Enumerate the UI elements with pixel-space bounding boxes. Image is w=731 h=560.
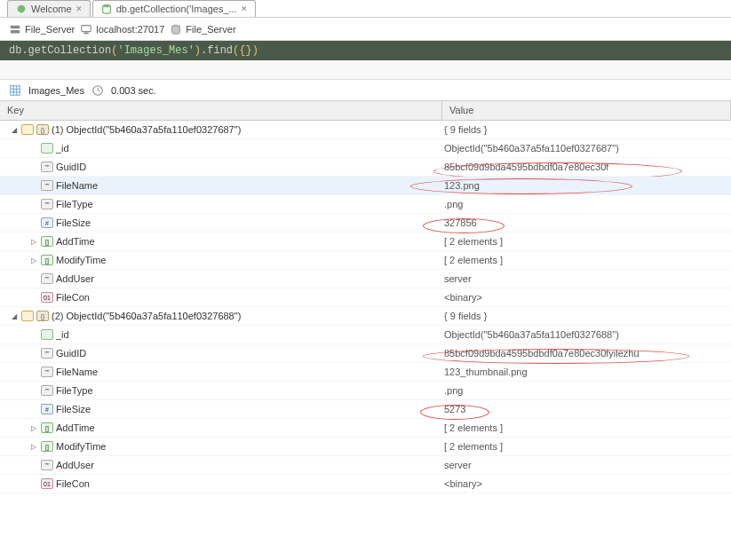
- value-cell: .png: [442, 199, 731, 209]
- key-cell: ◢{}(1) ObjectId("5b460a37a5fa110ef032768…: [0, 124, 442, 135]
- value-cell: [ 2 elements ]: [442, 236, 731, 247]
- num-icon: #: [41, 217, 53, 228]
- value-text: ObjectId("5b460a37a5fa110ef0327688"): [444, 329, 619, 340]
- tree-row[interactable]: ◢{}(2) ObjectId("5b460a37a5fa110ef032768…: [0, 307, 731, 326]
- close-icon[interactable]: ✕: [75, 4, 83, 13]
- tree-row[interactable]: ▷""GuidID85bcf09d9bda4595bdbdf0a7e80ec30…: [0, 158, 731, 177]
- svg-point-0: [18, 5, 26, 13]
- tree-row[interactable]: ▷""GuidID85bcf09d9bda4595bdbdf0a7e80ec30…: [0, 344, 731, 363]
- svg-rect-3: [11, 29, 20, 33]
- expand-icon[interactable]: ▷: [29, 442, 38, 451]
- collapse-icon[interactable]: ◢: [10, 312, 19, 320]
- crumb-db[interactable]: File_Server: [170, 23, 235, 35]
- query-bar[interactable]: db.getCollection('Images_Mes').find({}): [0, 41, 731, 60]
- expand-icon[interactable]: ▷: [29, 423, 38, 432]
- value-cell: <binary>: [442, 292, 731, 303]
- value-cell: .png: [442, 385, 731, 396]
- key-text: FileSize: [56, 404, 91, 414]
- arr-icon: []: [41, 255, 53, 265]
- tree-row[interactable]: ▷""FileName123.png: [0, 177, 731, 195]
- key-cell: ▷""FileName: [0, 367, 442, 377]
- tree-row[interactable]: ▷_idObjectId("5b460a37a5fa110ef0327688"): [0, 326, 731, 344]
- tab-welcome[interactable]: Welcome ✕: [7, 0, 91, 17]
- value-cell: 85bcf09d9bda4595bdbdf0a7e80ec30f: [442, 162, 731, 172]
- key-cell: ▷[]ModifyTime: [0, 255, 442, 265]
- key-text: FileType: [56, 199, 93, 209]
- tree-row[interactable]: ▷[]AddTime[ 2 elements ]: [0, 419, 731, 438]
- crumb-host[interactable]: localhost:27017: [80, 23, 164, 35]
- tree-row[interactable]: ▷[]ModifyTime[ 2 elements ]: [0, 251, 731, 270]
- column-headers: Key Value: [0, 101, 731, 121]
- close-icon[interactable]: ✕: [241, 4, 248, 13]
- value-text: .png: [444, 385, 463, 396]
- key-text: AddTime: [56, 236, 95, 247]
- expand-icon[interactable]: ▷: [29, 256, 38, 264]
- tree-row[interactable]: ▷""FileType.png: [0, 195, 731, 214]
- tree-row[interactable]: ◢{}(1) ObjectId("5b460a37a5fa110ef032768…: [0, 121, 731, 139]
- bin-icon: 01: [41, 478, 53, 489]
- tree-row[interactable]: ▷""AddUserserver: [0, 456, 731, 475]
- key-text: FileType: [56, 385, 93, 396]
- value-cell: [ 2 elements ]: [442, 441, 731, 452]
- tree-row[interactable]: ▷#FileSize5273: [0, 400, 731, 419]
- header-key[interactable]: Key: [0, 101, 442, 120]
- key-cell: ▷""AddUser: [0, 460, 442, 470]
- value-text: [ 2 elements ]: [444, 441, 503, 452]
- tree-row[interactable]: ▷[]AddTime[ 2 elements ]: [0, 233, 731, 251]
- tree-row[interactable]: ▷""AddUserserver: [0, 270, 731, 288]
- key-cell: ▷[]AddTime: [0, 422, 442, 433]
- svg-rect-4: [82, 25, 91, 31]
- value-text: 327856: [444, 217, 477, 228]
- bin-icon: 01: [41, 292, 53, 303]
- tree-row[interactable]: ▷01FileCon<binary>: [0, 288, 731, 307]
- db-icon: [100, 3, 113, 15]
- value-cell: server: [442, 273, 731, 284]
- object-icon: [21, 311, 34, 321]
- tree-row[interactable]: ▷01FileCon<binary>: [0, 475, 731, 493]
- crumb-server-label: File_Server: [25, 24, 75, 35]
- crumb-server[interactable]: File_Server: [9, 23, 75, 35]
- tree-row[interactable]: ▷#FileSize327856: [0, 214, 731, 233]
- key-cell: ▷""AddUser: [0, 273, 442, 284]
- key-text: AddTime: [56, 422, 95, 433]
- value-cell: 327856: [442, 217, 731, 228]
- str-icon: "": [41, 162, 53, 172]
- key-text: ModifyTime: [56, 441, 106, 452]
- key-text: _id: [56, 329, 69, 340]
- id-icon: [41, 329, 53, 340]
- tree-row[interactable]: ▷_idObjectId("5b460a37a5fa110ef0327687"): [0, 139, 731, 158]
- value-text: [ 2 elements ]: [444, 236, 503, 247]
- query-text: db.getCollection('Images_Mes').find({}): [9, 44, 258, 57]
- key-cell: ▷""GuidID: [0, 348, 442, 359]
- value-cell: ObjectId("5b460a37a5fa110ef0327688"): [442, 329, 731, 340]
- expand-icon[interactable]: ▷: [29, 237, 38, 246]
- key-text: AddUser: [56, 460, 94, 470]
- tab-query[interactable]: db.getCollection('Images_... ✕: [92, 0, 256, 17]
- tree-row[interactable]: ▷""FileName123_thumbnail.png: [0, 363, 731, 382]
- key-text: (1) ObjectId("5b460a37a5fa110ef0327687"): [52, 124, 241, 135]
- tree-row[interactable]: ▷""FileType.png: [0, 382, 731, 400]
- value-text: .png: [444, 199, 463, 209]
- crumb-db-label: File_Server: [186, 24, 235, 35]
- key-cell: ▷[]ModifyTime: [0, 441, 442, 452]
- str-icon: "": [41, 348, 53, 359]
- value-text: ObjectId("5b460a37a5fa110ef0327687"): [444, 143, 619, 154]
- key-cell: ▷""FileName: [0, 180, 442, 191]
- value-cell: ObjectId("5b460a37a5fa110ef0327687"): [442, 143, 731, 154]
- key-cell: ▷_id: [0, 143, 442, 154]
- key-cell: ▷[]AddTime: [0, 236, 442, 247]
- value-text: 123.png: [444, 180, 480, 191]
- host-icon: [80, 23, 92, 35]
- str-icon: "": [41, 199, 53, 209]
- key-cell: ▷_id: [0, 329, 442, 340]
- value-text: 5273: [444, 404, 465, 414]
- header-value[interactable]: Value: [442, 101, 731, 120]
- value-text: 85bcf09d9bda4595bdbdf0a7e80ec30f: [444, 162, 608, 172]
- grid-icon: [9, 84, 21, 97]
- collapse-icon[interactable]: ◢: [10, 125, 19, 134]
- value-text: 123_thumbnail.png: [444, 367, 528, 377]
- tree-row[interactable]: ▷[]ModifyTime[ 2 elements ]: [0, 438, 731, 456]
- key-text: GuidID: [56, 348, 86, 359]
- key-cell: ▷01FileCon: [0, 292, 442, 303]
- key-cell: ▷#FileSize: [0, 217, 442, 228]
